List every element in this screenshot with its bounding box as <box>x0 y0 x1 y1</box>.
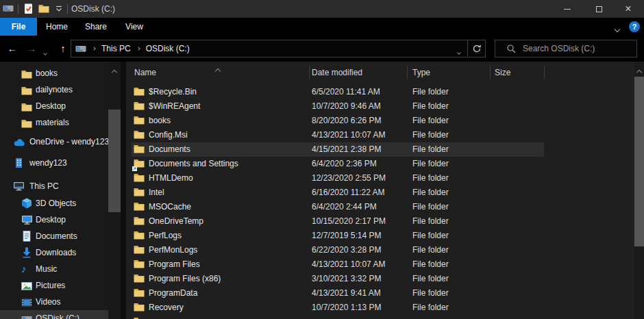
sidebar-item-desktop[interactable]: Desktop <box>0 212 108 228</box>
sidebar-item-documents[interactable]: Documents <box>0 228 108 244</box>
column-header-type[interactable]: Type <box>412 62 430 84</box>
file-date-modified: 6/5/2020 11:41 AM <box>312 85 380 99</box>
table-row[interactable]: Documents 4/15/2021 2:38 PM File folder <box>126 142 634 157</box>
sidebar-item-desktop-quick[interactable]: Desktop <box>0 98 108 114</box>
table-row[interactable]: Recovery 10/7/2020 1:13 PM File folder <box>126 301 634 315</box>
qat-properties-icon[interactable] <box>23 3 34 16</box>
table-row[interactable]: HTMLDemo 12/23/2020 2:55 PM File folder <box>126 171 634 186</box>
file-name: OneDriveTemp <box>149 214 203 229</box>
music-note-icon: ♪ <box>21 264 27 274</box>
breadcrumb-chevron-icon[interactable] <box>92 47 96 51</box>
maximize-button[interactable] <box>583 0 615 18</box>
tab-home[interactable]: Home <box>37 18 77 36</box>
sidebar-item-3d-objects[interactable]: 3D Objects <box>0 195 108 212</box>
sidebar-item-wendy123[interactable]: wendy123 <box>0 155 108 171</box>
file-list: $Recycle.Bin 6/5/2020 11:41 AM File fold… <box>126 85 634 319</box>
file-date-modified: 10/7/2020 1:13 PM <box>312 301 381 315</box>
file-name: MSOCache <box>149 200 191 214</box>
folder-icon <box>134 302 145 314</box>
file-date-modified: 6/22/2020 3:28 PM <box>312 243 381 257</box>
sidebar-item-pictures[interactable]: Pictures <box>0 277 108 294</box>
column-resize-handle[interactable] <box>309 66 310 79</box>
breadcrumb-item-this-pc[interactable]: This PC <box>101 44 131 53</box>
column-resize-handle[interactable] <box>544 66 545 79</box>
app-drive-icon <box>3 3 14 15</box>
file-type: File folder <box>412 286 449 301</box>
address-bar[interactable]: This PC OSDisk (C:) <box>71 40 468 58</box>
breadcrumb-drive-icon[interactable] <box>75 44 86 55</box>
table-row[interactable]: $WinREAgent 10/7/2020 9:46 AM File folde… <box>126 99 634 114</box>
table-row[interactable]: $Recycle.Bin 6/5/2020 11:41 AM File fold… <box>126 85 634 99</box>
navigation-sidebar: books dailynotes Desktop materials <box>0 62 121 319</box>
file-name: Program Files (x86) <box>149 272 221 286</box>
folder-icon <box>134 86 145 98</box>
table-row[interactable]: ProgramData 4/13/2021 9:41 AM File folde… <box>126 286 634 301</box>
sidebar-item-books[interactable]: books <box>0 65 108 81</box>
column-header-name[interactable]: Name <box>134 62 156 84</box>
file-name: PerfLogs <box>149 229 182 243</box>
table-row[interactable]: OneDriveTemp 10/15/2020 2:17 PM File fol… <box>126 214 634 229</box>
refresh-button[interactable] <box>468 40 486 58</box>
sort-ascending-icon <box>216 66 220 75</box>
table-row[interactable]: PerfLogs 12/7/2019 5:14 PM File folder <box>126 229 634 243</box>
table-row[interactable]: books 8/20/2020 6:26 PM File folder <box>126 114 634 128</box>
file-list-scrollbar[interactable] <box>634 62 644 319</box>
separator <box>67 4 68 14</box>
table-row[interactable]: Documents and Settings 6/4/2020 2:36 PM … <box>126 157 634 171</box>
tab-view[interactable]: View <box>115 18 153 36</box>
sidebar-scrollbar-thumb[interactable] <box>108 110 121 212</box>
table-row[interactable]: Intel 6/16/2020 11:22 AM File folder <box>126 186 634 200</box>
file-date-modified: 4/15/2021 2:38 PM <box>312 142 381 157</box>
sidebar-scrollbar[interactable] <box>108 62 121 319</box>
folder-icon <box>21 117 32 133</box>
table-row[interactable]: Program Files (x86) 3/10/2021 3:32 PM Fi… <box>126 272 634 286</box>
sidebar-item-music[interactable]: ♪ Music <box>0 261 108 277</box>
expand-ribbon-chevron-icon[interactable] <box>615 24 619 34</box>
file-date-modified: 6/16/2020 11:22 AM <box>312 186 385 200</box>
qat-customize-chevron-icon[interactable] <box>55 5 63 15</box>
table-row[interactable]: Config.Msi 4/13/2021 10:07 AM File folde… <box>126 128 634 142</box>
table-row[interactable]: MSOCache 6/4/2020 2:44 PM File folder <box>126 200 634 214</box>
file-list-scrollbar-thumb[interactable] <box>634 77 644 246</box>
breadcrumb-item-osdisk[interactable]: OSDisk (C:) <box>146 44 190 53</box>
qat-new-folder-icon[interactable] <box>38 3 49 15</box>
folder-icon <box>134 316 145 319</box>
table-row[interactable] <box>126 315 634 319</box>
sidebar-item-dailynotes[interactable]: dailynotes <box>0 81 108 98</box>
back-button[interactable]: ← <box>5 36 19 62</box>
sidebar-item-osdisk[interactable]: OSDisk (C:) <box>0 310 108 319</box>
file-name: Intel <box>149 186 164 200</box>
sidebar-item-onedrive[interactable]: OneDrive - wendy123 <box>0 133 108 150</box>
file-date-modified: 6/4/2020 2:36 PM <box>312 157 377 171</box>
folder-icon <box>134 101 145 112</box>
column-resize-handle[interactable] <box>407 66 408 79</box>
tab-file[interactable]: File <box>0 18 37 36</box>
sidebar-item-materials[interactable]: materials <box>0 114 108 131</box>
up-button[interactable]: ↑ <box>56 36 70 62</box>
column-resize-handle[interactable] <box>490 66 491 79</box>
tab-share[interactable]: Share <box>77 18 115 36</box>
file-type: File folder <box>412 171 449 186</box>
help-icon[interactable]: ? <box>629 21 640 32</box>
table-row[interactable]: PerfMonLogs 6/22/2020 3:28 PM File folde… <box>126 243 634 257</box>
recent-locations-chevron-icon[interactable] <box>44 47 47 57</box>
scroll-up-icon[interactable] <box>112 67 116 77</box>
address-dropdown-chevron-icon[interactable] <box>458 47 460 56</box>
sidebar-item-videos[interactable]: Videos <box>0 294 108 310</box>
minimize-button[interactable] <box>552 0 583 18</box>
folder-icon <box>134 259 145 270</box>
search-input[interactable] <box>523 40 632 57</box>
file-type: File folder <box>412 186 449 200</box>
scroll-up-icon[interactable] <box>637 67 641 77</box>
file-name: PerfMonLogs <box>149 243 197 257</box>
column-header-date-modified[interactable]: Date modified <box>312 62 362 84</box>
sidebar-item-downloads[interactable]: Downloads <box>0 244 108 261</box>
folder-icon <box>134 187 145 199</box>
breadcrumb-chevron-icon[interactable] <box>136 47 140 51</box>
table-row[interactable]: Program Files 4/13/2021 10:07 AM File fo… <box>126 257 634 272</box>
column-header-size[interactable]: Size <box>495 62 510 84</box>
forward-button[interactable]: → <box>25 36 38 62</box>
sidebar-item-this-pc[interactable]: This PC <box>0 178 108 194</box>
close-button[interactable]: × <box>612 0 644 18</box>
file-type: File folder <box>412 114 449 128</box>
